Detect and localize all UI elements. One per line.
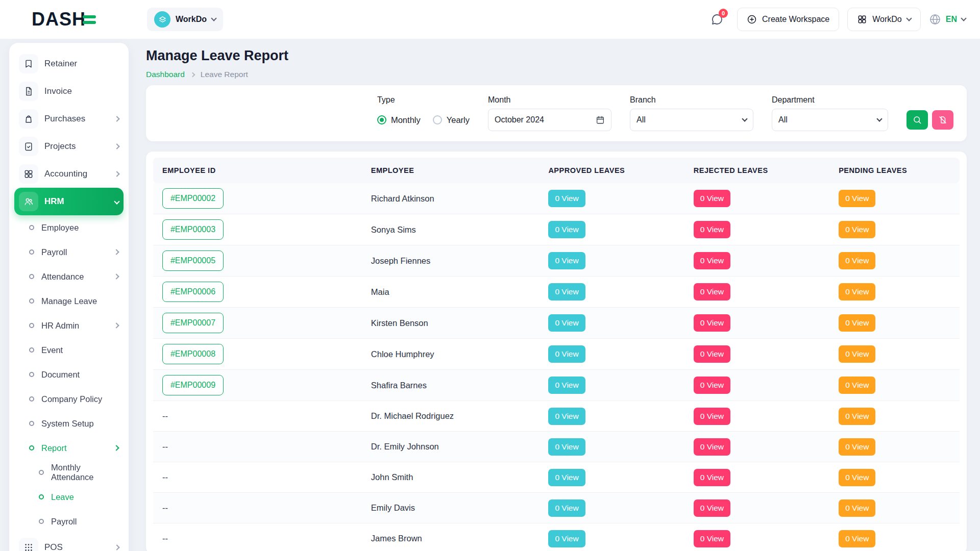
employee-id-button[interactable]: #EMP00002 bbox=[162, 188, 224, 209]
sidebar-item-leave[interactable]: Leave bbox=[14, 485, 124, 509]
sidebar-item-payroll[interactable]: Payroll bbox=[14, 240, 124, 264]
approved-view-badge[interactable]: 0 View bbox=[548, 314, 585, 332]
dots-grid-icon bbox=[19, 538, 38, 551]
pending-view-badge[interactable]: 0 View bbox=[839, 190, 875, 207]
pending-view-badge[interactable]: 0 View bbox=[839, 314, 875, 332]
sidebar-item-document[interactable]: Document bbox=[14, 362, 124, 387]
pending-view-badge[interactable]: 0 View bbox=[839, 283, 875, 300]
approved-view-badge[interactable]: 0 View bbox=[548, 499, 585, 517]
reset-button[interactable] bbox=[932, 110, 953, 130]
rejected-view-badge[interactable]: 0 View bbox=[694, 499, 730, 517]
employee-id-empty: -- bbox=[162, 442, 168, 451]
file-icon bbox=[19, 82, 38, 101]
language-selector[interactable]: EN bbox=[929, 13, 966, 26]
employee-id-button[interactable]: #EMP00008 bbox=[162, 344, 224, 364]
pending-view-badge[interactable]: 0 View bbox=[839, 408, 875, 425]
approved-view-badge[interactable]: 0 View bbox=[548, 345, 585, 363]
table-header-row: EMPLOYEE ID EMPLOYEE APPROVED LEAVES REJ… bbox=[153, 158, 960, 183]
search-button[interactable] bbox=[906, 110, 928, 130]
sidebar-item-employee[interactable]: Employee bbox=[14, 215, 124, 240]
sidebar-item-label: Invoice bbox=[44, 86, 72, 96]
employee-name: James Brown bbox=[371, 534, 422, 543]
radio-yearly[interactable]: Yearly bbox=[433, 115, 470, 125]
branch-value: All bbox=[636, 115, 646, 124]
bullet-icon bbox=[29, 372, 34, 377]
sidebar-item-company-policy[interactable]: Company Policy bbox=[14, 387, 124, 411]
table-row: #EMP00006 Maia 0 View 0 View 0 View bbox=[153, 277, 960, 308]
employee-id-button[interactable]: #EMP00005 bbox=[162, 251, 224, 271]
sidebar-item-payroll-report[interactable]: Payroll bbox=[14, 509, 124, 534]
employee-id-button[interactable]: #EMP00009 bbox=[162, 375, 224, 395]
workspace-switcher[interactable]: WorkDo bbox=[147, 8, 223, 31]
approved-view-badge[interactable]: 0 View bbox=[548, 530, 585, 547]
sidebar-item-event[interactable]: Event bbox=[14, 338, 124, 362]
rejected-view-badge[interactable]: 0 View bbox=[694, 408, 730, 425]
sidebar-item-projects[interactable]: Projects bbox=[14, 133, 124, 160]
employee-name: Chloe Humphrey bbox=[371, 349, 434, 359]
rejected-view-badge[interactable]: 0 View bbox=[694, 190, 730, 207]
pending-view-badge[interactable]: 0 View bbox=[839, 469, 875, 486]
sidebar-item-purchases[interactable]: Purchases bbox=[14, 105, 124, 133]
sidebar-item-hrm[interactable]: HRM bbox=[14, 188, 124, 215]
sidebar-item-invoice[interactable]: Invoice bbox=[14, 78, 124, 105]
rejected-view-badge[interactable]: 0 View bbox=[694, 221, 730, 238]
page-title: Manage Leave Report bbox=[146, 48, 967, 64]
rejected-view-badge[interactable]: 0 View bbox=[694, 469, 730, 486]
sidebar-item-label: HRM bbox=[44, 196, 64, 207]
month-label: Month bbox=[488, 95, 611, 105]
table-row: #EMP00009 Shafira Barnes 0 View 0 View 0… bbox=[153, 370, 960, 401]
pending-view-badge[interactable]: 0 View bbox=[839, 377, 875, 394]
department-select[interactable]: All bbox=[772, 109, 888, 131]
sidebar-item-accounting[interactable]: Accounting bbox=[14, 160, 124, 188]
month-input[interactable]: October 2024 bbox=[488, 109, 611, 131]
breadcrumb-dashboard-link[interactable]: Dashboard bbox=[146, 70, 185, 79]
rejected-view-badge[interactable]: 0 View bbox=[694, 252, 730, 269]
employee-id-button[interactable]: #EMP00007 bbox=[162, 313, 224, 333]
rejected-view-badge[interactable]: 0 View bbox=[694, 283, 730, 300]
sidebar-item-monthly-attendance[interactable]: Monthly Attendance bbox=[14, 460, 124, 485]
pending-view-badge[interactable]: 0 View bbox=[839, 252, 875, 269]
approved-view-badge[interactable]: 0 View bbox=[548, 221, 585, 238]
approved-view-badge[interactable]: 0 View bbox=[548, 190, 585, 207]
create-workspace-button[interactable]: Create Workspace bbox=[737, 8, 839, 31]
leave-report-table-card: EMPLOYEE ID EMPLOYEE APPROVED LEAVES REJ… bbox=[146, 152, 967, 551]
branch-select[interactable]: All bbox=[630, 109, 753, 131]
approved-view-badge[interactable]: 0 View bbox=[548, 377, 585, 394]
approved-view-badge[interactable]: 0 View bbox=[548, 283, 585, 300]
rejected-view-badge[interactable]: 0 View bbox=[694, 314, 730, 332]
pending-view-badge[interactable]: 0 View bbox=[839, 345, 875, 363]
bullet-icon bbox=[29, 274, 34, 279]
employee-id-button[interactable]: #EMP00006 bbox=[162, 282, 224, 302]
rejected-view-badge[interactable]: 0 View bbox=[694, 377, 730, 394]
approved-view-badge[interactable]: 0 View bbox=[548, 408, 585, 425]
globe-icon bbox=[929, 13, 941, 26]
chevron-down-icon bbox=[906, 15, 912, 21]
employee-name: Richard Atkinson bbox=[371, 194, 434, 203]
pending-view-badge[interactable]: 0 View bbox=[839, 221, 875, 238]
pending-view-badge[interactable]: 0 View bbox=[839, 438, 875, 456]
approved-view-badge[interactable]: 0 View bbox=[548, 252, 585, 269]
sidebar-item-report[interactable]: Report bbox=[14, 436, 124, 460]
employee-name: Joseph Fiennes bbox=[371, 256, 431, 265]
approved-view-badge[interactable]: 0 View bbox=[548, 469, 585, 486]
sidebar-item-retainer[interactable]: Retainer bbox=[14, 50, 124, 78]
radio-monthly[interactable]: Monthly bbox=[377, 115, 421, 125]
app-logo[interactable]: DASH bbox=[0, 9, 147, 30]
rejected-view-badge[interactable]: 0 View bbox=[694, 345, 730, 363]
sidebar-item-hr-admin[interactable]: HR Admin bbox=[14, 313, 124, 338]
breadcrumb: Dashboard Leave Report bbox=[146, 70, 967, 79]
pending-view-badge[interactable]: 0 View bbox=[839, 499, 875, 517]
approved-view-badge[interactable]: 0 View bbox=[548, 438, 585, 456]
pending-view-badge[interactable]: 0 View bbox=[839, 530, 875, 547]
type-radio-row: Monthly Yearly bbox=[377, 109, 470, 131]
rejected-view-badge[interactable]: 0 View bbox=[694, 438, 730, 456]
sidebar-item-attendance[interactable]: Attendance bbox=[14, 264, 124, 289]
sidebar-item-pos[interactable]: POS bbox=[14, 534, 124, 551]
employee-id-button[interactable]: #EMP00003 bbox=[162, 219, 224, 240]
bullet-icon bbox=[29, 421, 34, 426]
apps-menu-button[interactable]: WorkDo bbox=[847, 8, 921, 31]
sidebar-item-system-setup[interactable]: System Setup bbox=[14, 411, 124, 436]
messages-button[interactable]: 0 bbox=[705, 8, 729, 31]
rejected-view-badge[interactable]: 0 View bbox=[694, 530, 730, 547]
sidebar-item-manage-leave[interactable]: Manage Leave bbox=[14, 289, 124, 313]
